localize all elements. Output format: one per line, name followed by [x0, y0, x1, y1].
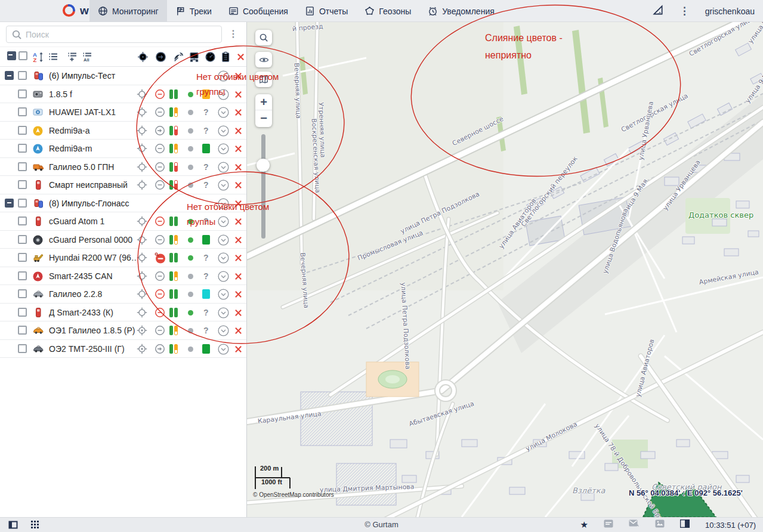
zoom-slider-handle[interactable]: [257, 159, 270, 172]
tab-геозоны[interactable]: Геозоны: [356, 0, 419, 22]
remove-from-list-button[interactable]: [234, 253, 242, 264]
map-canvas[interactable]: й проездВечерняя улицаУтренняя улицаВоск…: [247, 22, 763, 517]
remove-from-list-button[interactable]: [234, 345, 242, 355]
unit-menu-dropdown[interactable]: [218, 216, 229, 230]
unit-select-checkbox[interactable]: [18, 308, 27, 317]
unit-select-checkbox[interactable]: [18, 89, 27, 98]
unit-select-checkbox[interactable]: [18, 107, 27, 116]
minus-gray-icon[interactable]: [155, 143, 165, 154]
remove-from-list-button[interactable]: [234, 126, 242, 137]
unit-menu-dropdown[interactable]: [218, 307, 229, 321]
unit-menu-dropdown[interactable]: [218, 162, 229, 175]
remove-from-list-button[interactable]: [234, 236, 242, 246]
minus-gray-icon[interactable]: [155, 107, 165, 117]
gauge-button[interactable]: [205, 51, 216, 63]
unit-row[interactable]: Hyundai R200 W7 (96…?: [0, 249, 246, 267]
zoom-out-button[interactable]: −: [255, 110, 272, 126]
unit-menu-dropdown[interactable]: [218, 252, 229, 266]
map-search-button[interactable]: [255, 30, 272, 45]
locate-unit-button[interactable]: [137, 307, 147, 318]
network-monitor-button[interactable]: [189, 51, 200, 63]
remove-from-list-button[interactable]: [234, 108, 242, 119]
minus-gray-icon[interactable]: [155, 271, 165, 282]
unit-menu-dropdown[interactable]: [218, 143, 229, 157]
unit-menu-dropdown[interactable]: [218, 198, 229, 212]
minus-red-icon[interactable]: [155, 289, 165, 299]
send-command-button[interactable]: [155, 51, 166, 63]
remove-from-list-button[interactable]: [234, 217, 242, 228]
unit-menu-dropdown[interactable]: [218, 234, 229, 248]
remove-from-list-button[interactable]: [234, 144, 242, 155]
remove-from-list-button[interactable]: [234, 181, 242, 191]
satellite-monitoring-button[interactable]: [173, 51, 184, 63]
remove-from-list-button[interactable]: [234, 199, 242, 210]
show-all-button[interactable]: All: [82, 51, 93, 62]
locate-unit-button[interactable]: [137, 216, 147, 227]
remove-from-list-button[interactable]: [234, 326, 242, 337]
search-box[interactable]: [6, 26, 222, 43]
unit-menu-dropdown[interactable]: [218, 180, 229, 193]
tab-отчеты[interactable]: Отчеты: [296, 0, 356, 22]
unit-menu-dropdown[interactable]: [218, 271, 229, 284]
minus-red-icon[interactable]: [155, 216, 165, 227]
clipboard-button[interactable]: [220, 51, 231, 63]
tab-мониторинг[interactable]: Мониторинг: [89, 0, 167, 22]
unit-select-checkbox[interactable]: [18, 216, 27, 225]
minus-red-icon[interactable]: [155, 89, 165, 100]
unit-menu-dropdown[interactable]: [218, 289, 229, 302]
locate-unit-button[interactable]: [137, 107, 147, 117]
tab-сообщения[interactable]: Сообщения: [220, 0, 296, 22]
favorites-star-icon[interactable]: ★: [580, 519, 588, 530]
header-kebab-menu[interactable]: ⋮: [679, 5, 690, 17]
unit-menu-dropdown[interactable]: [218, 107, 229, 120]
remove-from-list-button[interactable]: [234, 272, 242, 283]
unit-select-checkbox[interactable]: [18, 180, 27, 189]
remove-from-list-button[interactable]: [234, 290, 242, 301]
unit-select-checkbox[interactable]: [18, 271, 27, 280]
map-layers-button[interactable]: [255, 72, 272, 87]
locate-unit-button[interactable]: [137, 180, 147, 190]
locate-unit-button[interactable]: [137, 344, 147, 354]
unit-select-checkbox[interactable]: [18, 253, 27, 262]
group-state-checkbox[interactable]: [5, 199, 14, 208]
unit-row[interactable]: cGuard Atom 1?: [0, 212, 246, 231]
group-row[interactable]: (6) Импульс-Тест: [0, 67, 246, 85]
unit-select-checkbox[interactable]: [18, 235, 27, 244]
remove-from-list-button[interactable]: [234, 72, 242, 82]
unit-row[interactable]: 1.8.5 f: [0, 85, 246, 104]
unit-row[interactable]: Галилео 5.0 ГПН?: [0, 158, 246, 177]
sort-az-button[interactable]: AZ: [33, 51, 45, 63]
minus-gray-icon[interactable]: [155, 234, 165, 245]
unit-menu-dropdown[interactable]: [218, 344, 229, 357]
locate-all-target-button[interactable]: [137, 51, 149, 63]
unit-select-checkbox[interactable]: [18, 326, 27, 335]
group-select-checkbox[interactable]: [18, 199, 27, 208]
map-visibility-button[interactable]: [255, 52, 272, 67]
ruler-tools-icon[interactable]: [652, 4, 664, 18]
arrow-gray-icon[interactable]: [155, 344, 165, 354]
blocked-red-icon[interactable]: [155, 252, 165, 263]
remove-from-list-button[interactable]: [234, 308, 242, 319]
mail-send-icon[interactable]: [629, 519, 640, 530]
deselect-all-checkbox[interactable]: [18, 51, 27, 60]
locate-unit-button[interactable]: [137, 125, 147, 136]
unit-row[interactable]: HUAWEI JAT-LX1?: [0, 103, 246, 122]
unit-select-checkbox[interactable]: [18, 144, 27, 153]
unit-row[interactable]: Redmi9a-m: [0, 140, 246, 158]
minus-gray-icon[interactable]: [155, 162, 165, 172]
search-input[interactable]: [24, 27, 215, 42]
group-row[interactable]: (8) Импульс-Глонасс: [0, 194, 246, 213]
locate-unit-button[interactable]: [137, 289, 147, 299]
username[interactable]: grischenkoau: [705, 7, 755, 16]
remove-from-list-button[interactable]: [234, 90, 242, 101]
minus-gray-icon[interactable]: [155, 325, 165, 336]
locate-unit-button[interactable]: [137, 143, 147, 154]
unit-select-checkbox[interactable]: [18, 162, 27, 171]
locate-unit-button[interactable]: [137, 89, 147, 100]
search-options-kebab[interactable]: ⋮: [228, 28, 238, 39]
unit-row[interactable]: cGuard Personal 0000: [0, 231, 246, 249]
group-select-checkbox[interactable]: [18, 71, 27, 80]
unit-row[interactable]: Смарт неисправный?: [0, 176, 246, 194]
log-icon[interactable]: [604, 519, 613, 530]
unit-select-checkbox[interactable]: [18, 126, 27, 135]
